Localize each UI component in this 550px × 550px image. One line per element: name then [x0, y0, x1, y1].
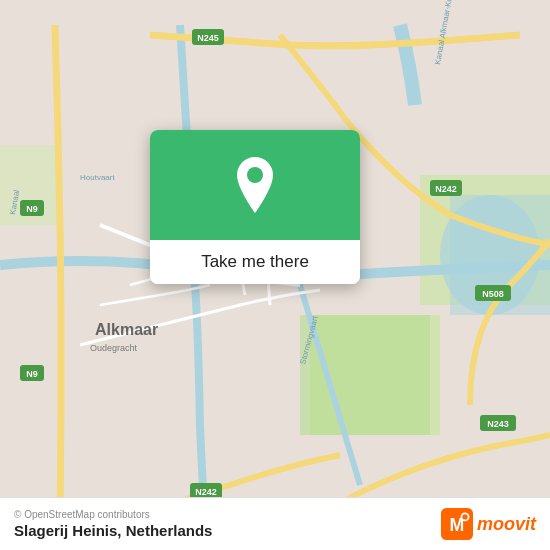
svg-point-32 [462, 514, 467, 519]
svg-text:N508: N508 [482, 289, 504, 299]
svg-text:N9: N9 [26, 369, 38, 379]
location-pin-icon [231, 157, 279, 213]
svg-text:N242: N242 [435, 184, 457, 194]
svg-text:N242: N242 [195, 487, 217, 497]
moovit-brand-icon: M [441, 508, 473, 540]
popup-card: Take me there [150, 130, 360, 284]
take-me-there-button[interactable]: Take me there [201, 252, 309, 272]
svg-point-28 [247, 167, 263, 183]
svg-text:N245: N245 [197, 33, 219, 43]
popup-green-area [150, 130, 360, 240]
popup-button-area[interactable]: Take me there [150, 240, 360, 284]
moovit-logo: M moovit [441, 508, 536, 540]
location-name: Slagerij Heinis, Netherlands [14, 522, 212, 539]
svg-text:Alkmaar: Alkmaar [95, 321, 158, 338]
svg-text:N243: N243 [487, 419, 509, 429]
svg-marker-4 [300, 315, 430, 435]
map-attribution: © OpenStreetMap contributors [14, 509, 212, 520]
svg-text:Oudegracht: Oudegracht [90, 343, 138, 353]
map-container: N9 N9 N245 N242 N508 N243 N242 Alkmaar O… [0, 0, 550, 550]
moovit-brand-text: moovit [477, 514, 536, 535]
bottom-bar: © OpenStreetMap contributors Slagerij He… [0, 497, 550, 550]
svg-text:N9: N9 [26, 204, 38, 214]
bottom-left: © OpenStreetMap contributors Slagerij He… [14, 509, 212, 539]
svg-text:Houtvaart: Houtvaart [80, 173, 115, 182]
